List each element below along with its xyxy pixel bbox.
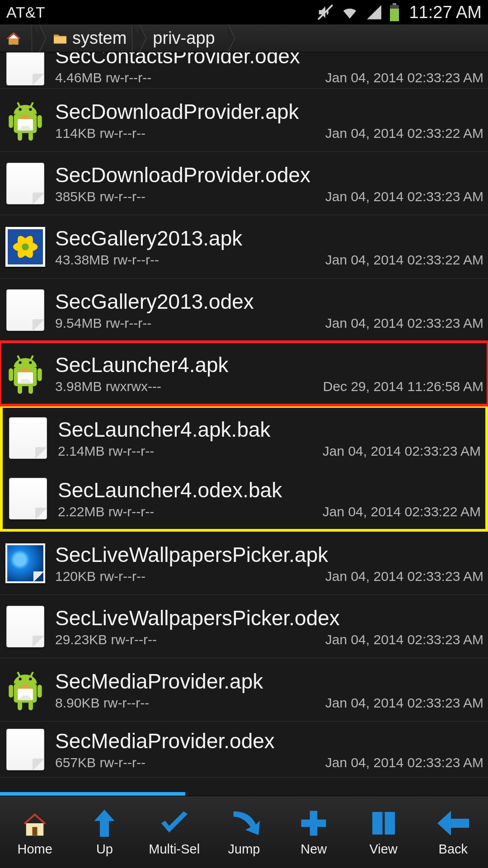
- svg-rect-3: [390, 9, 399, 21]
- file-row[interactable]: SecDownloadProvider.odex 385KB rw-r--r--…: [0, 152, 488, 215]
- svg-line-35: [18, 672, 20, 677]
- file-size-perm: 4.46MB rw-r--r--: [55, 70, 151, 85]
- back-button[interactable]: Back: [418, 796, 488, 868]
- file-name: SecGallery2013.odex: [55, 289, 483, 314]
- file-size-perm: 43.38MB rw-r--r--: [55, 252, 159, 268]
- file-type-icon: [4, 542, 47, 585]
- svg-rect-7: [38, 115, 42, 127]
- battery-icon: [389, 3, 400, 21]
- svg-rect-9: [28, 132, 33, 141]
- view-button[interactable]: View: [348, 796, 418, 868]
- file-name: SecLauncher4.apk.bak: [58, 417, 481, 442]
- svg-rect-23: [18, 385, 22, 394]
- multi-select-button[interactable]: Multi-Sel: [140, 796, 209, 868]
- svg-rect-21: [9, 368, 13, 381]
- home-button[interactable]: Home: [0, 796, 70, 868]
- file-type-icon: [4, 288, 47, 332]
- svg-point-19: [22, 243, 29, 250]
- svg-rect-1: [393, 3, 396, 5]
- breadcrumb-priv-app[interactable]: priv-app: [139, 24, 227, 52]
- file-row[interactable]: SecMediaProvider.odex 657KB rw-r--r-- Ja…: [0, 722, 488, 778]
- file-date: Dec 29, 2014 11:26:58 AM: [323, 379, 483, 394]
- file-date: Jan 04, 2014 02:33:22 AM: [325, 126, 483, 141]
- svg-rect-4: [9, 38, 19, 45]
- file-size-perm: 120KB rw-r--r--: [55, 569, 145, 584]
- file-type-icon: [4, 58, 47, 85]
- file-row[interactable]: SecContactsProvider.odex 4.46MB rw-r--r-…: [0, 52, 488, 89]
- svg-line-26: [30, 355, 33, 360]
- file-date: Jan 04, 2014 02:33:23 AM: [325, 632, 483, 647]
- file-type-icon: [4, 605, 47, 648]
- svg-point-38: [29, 677, 32, 680]
- svg-rect-34: [28, 701, 33, 710]
- file-size-perm: 8.90KB rw-r--r--: [55, 695, 149, 711]
- toolbar-label: Home: [17, 842, 52, 857]
- mute-icon: [317, 4, 334, 21]
- file-row[interactable]: SecGallery2013.apk 43.38MB rw-r--r-- Jan…: [0, 215, 488, 278]
- file-row[interactable]: SecLauncher4.apk.bak 2.14MB rw-r--r-- Ja…: [0, 405, 488, 468]
- file-row[interactable]: SecDownloadProvider.apk 114KB rw-r--r-- …: [0, 89, 488, 152]
- file-date: Jan 04, 2014 02:33:23 AM: [325, 695, 483, 711]
- svg-line-11: [30, 102, 33, 107]
- svg-rect-8: [18, 132, 22, 141]
- file-date: Jan 04, 2014 02:33:22 AM: [325, 252, 483, 268]
- arrow-up-icon: [89, 807, 120, 839]
- file-row[interactable]: SecLiveWallpapersPicker.odex 29.23KB rw-…: [0, 595, 488, 658]
- file-name: SecDownloadProvider.odex: [55, 163, 483, 187]
- scroll-indicator: [0, 792, 185, 796]
- file-size-perm: 9.54MB rw-r--r--: [55, 316, 151, 331]
- file-row[interactable]: SecLauncher4.odex.bak 2.22MB rw-r--r-- J…: [0, 468, 488, 532]
- svg-rect-32: [38, 684, 42, 697]
- svg-point-12: [19, 108, 22, 110]
- file-row[interactable]: SecMediaProvider.apk 8.90KB rw-r--r-- Ja…: [0, 658, 488, 722]
- toolbar-label: Up: [96, 842, 113, 857]
- new-button[interactable]: New: [279, 796, 348, 868]
- file-type-icon: [4, 162, 47, 205]
- jump-arrow-icon: [228, 807, 260, 839]
- file-row[interactable]: SecLauncher4.apk 3.98MB rwxrwx--- Dec 29…: [0, 342, 488, 405]
- svg-rect-6: [9, 115, 13, 127]
- jump-button[interactable]: Jump: [209, 796, 279, 868]
- svg-point-37: [19, 677, 22, 680]
- toolbar-label: View: [369, 842, 397, 857]
- file-type-icon: [4, 668, 47, 712]
- svg-point-13: [29, 108, 32, 110]
- file-row[interactable]: SecGallery2013.odex 9.54MB rw-r--r-- Jan…: [0, 278, 488, 342]
- breadcrumb-label: system: [72, 28, 127, 48]
- file-type-icon: [4, 728, 47, 771]
- svg-rect-24: [28, 385, 33, 394]
- file-date: Jan 04, 2014 02:33:23 AM: [325, 569, 483, 584]
- breadcrumb: system priv-app: [0, 24, 488, 52]
- home-icon: [5, 30, 22, 47]
- file-name: SecGallery2013.apk: [55, 226, 483, 250]
- clock-label: 11:27 AM: [409, 3, 482, 22]
- file-size-perm: 3.98MB rwxrwx---: [55, 379, 161, 394]
- file-name: SecDownloadProvider.apk: [55, 99, 483, 124]
- arrow-left-icon: [437, 807, 469, 839]
- folder-icon: [52, 32, 68, 45]
- file-list[interactable]: SecContactsProvider.odex 4.46MB rw-r--r-…: [0, 52, 488, 796]
- grid-icon: [368, 807, 399, 839]
- up-button[interactable]: Up: [70, 796, 139, 868]
- plus-icon: [298, 807, 329, 839]
- breadcrumb-system[interactable]: system: [39, 24, 139, 52]
- file-name: SecMediaProvider.apk: [55, 669, 483, 693]
- wifi-icon: [340, 4, 359, 21]
- svg-point-28: [29, 361, 32, 363]
- file-size-perm: 29.23KB rw-r--r--: [55, 632, 157, 647]
- svg-rect-41: [372, 812, 383, 835]
- file-row[interactable]: SecLiveWallpapersPicker.apk 120KB rw-r--…: [0, 532, 488, 595]
- file-date: Jan 04, 2014 02:33:23 AM: [325, 189, 483, 204]
- svg-rect-33: [18, 701, 22, 710]
- toolbar-label: Jump: [228, 842, 260, 857]
- cell-signal-icon: [366, 4, 383, 21]
- svg-line-25: [18, 355, 20, 360]
- file-date: Jan 04, 2014 02:33:23 AM: [325, 316, 483, 331]
- toolbar-label: New: [300, 842, 327, 857]
- status-bar: AT&T 11:27 AM: [0, 0, 488, 24]
- file-type-icon: [4, 352, 47, 395]
- file-name: SecLiveWallpapersPicker.apk: [55, 542, 483, 567]
- file-name: SecContactsProvider.odex: [55, 52, 483, 68]
- svg-point-27: [19, 361, 22, 363]
- file-type-icon: [6, 477, 50, 520]
